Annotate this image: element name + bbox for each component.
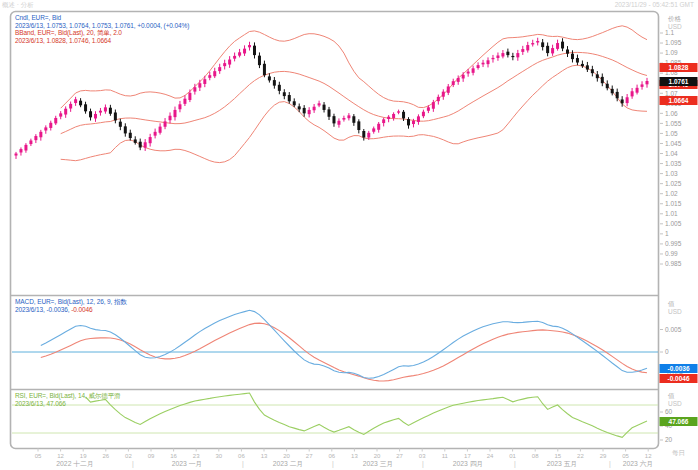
candle-body [213,71,216,76]
candle-body [114,112,117,120]
candle-body [74,99,77,103]
price-tick-label: 1.005 [665,220,682,227]
date-tick-label: 26 [102,453,109,459]
price-tick-label: 1.01 [665,210,678,217]
candle-body [69,104,72,109]
candle-body [422,112,425,116]
candle-body [432,102,435,109]
candle-body [283,92,286,96]
price-tick-label: 1.09 [665,49,678,56]
price-tick-label: 0.99 [665,250,678,257]
candle-body [59,113,62,116]
date-tick-label: 01 [509,453,516,459]
candle-body [387,117,390,119]
candle-body [581,64,584,66]
candle-body [566,50,569,54]
rsi-tick-label: 20 [665,436,673,443]
candle-body [437,97,440,101]
candle-body [516,53,519,57]
candle-body [636,88,639,93]
date-tick-label: 08 [532,453,539,459]
candle-body [308,110,311,114]
candle-body [248,45,251,47]
candle-body [561,42,564,49]
candle-body [228,60,231,65]
candle-body [84,104,87,111]
date-tick-label: 27 [306,453,313,459]
candle-body [402,112,405,119]
candle-body [223,63,226,66]
candle-body [457,78,460,82]
candle-body [626,97,629,103]
date-tick-label: 05 [622,453,629,459]
rsi-axis-unit: USD [668,400,682,407]
price-tick-label: 1.055 [665,120,682,127]
candle-body [372,128,375,131]
rsi-axis-header: 值 [668,392,675,399]
date-tick-label: 12 [57,453,64,459]
bollinger-price-badge-text: 1.0664 [669,97,689,104]
chart-canvas[interactable]: 1.11.0951.091.0851.081.0751.071.0651.061… [0,0,698,470]
candle-body [313,107,316,111]
month-separator: | [132,460,134,468]
date-tick-label: 27 [396,453,403,459]
price-tick-label: 1.1 [665,29,674,36]
candle-body [601,77,604,83]
date-tick-label: 12 [645,453,652,459]
candle-body [531,43,534,44]
chart-window: 概述 · 分析 2023/11/29 - 05:42:51 GMT 1.11.0… [0,0,698,470]
candle-body [576,58,579,62]
candle-body [154,132,157,136]
candle-body [526,45,529,50]
candle-body [571,54,574,59]
month-label: 2023 六月 [623,460,654,468]
candle-body [193,87,196,91]
price-axis-header: 价格 [667,15,682,23]
date-tick-label: 05 [35,453,42,459]
candle-body [347,115,350,118]
month-separator: | [514,460,516,468]
price-tick-label: 1.025 [665,180,682,187]
macd-axis-unit: USD [668,308,682,315]
candle-body [288,95,291,101]
rsi-value-badge-text: 47.066 [669,418,689,425]
candle-body [49,123,52,128]
month-label: 2023 一月 [172,460,203,468]
candle-body [586,65,589,69]
candle-body [501,53,504,56]
candle-body [99,111,102,113]
candle-body [34,136,37,140]
candle-body [591,69,594,73]
candle-body [447,86,450,92]
price-tick-label: 1.015 [665,200,682,207]
candle-body [258,56,261,65]
candle-body [546,46,549,53]
candle-body [253,46,256,55]
candle-body [491,58,494,59]
candle-body [392,114,395,118]
date-tick-label: 02 [125,453,132,459]
candle-body [397,111,400,112]
candle-body [24,145,27,151]
price-tick-label: 1.04 [665,150,678,157]
rsi-line [86,393,647,437]
candle-body [119,122,122,127]
candle-body [203,79,206,84]
candle-body [382,119,385,123]
candle-body [54,118,57,123]
candle-body [482,63,485,65]
macd-tick-label: 0.005 [665,326,682,333]
candle-body [164,121,167,126]
date-tick-label: 15 [554,453,561,459]
candle-body [357,121,360,130]
interval-label: 每日 [672,449,685,458]
candle-body [15,154,18,156]
macd-value-badge-text: -0.0036 [667,365,689,372]
candle-body [442,92,445,97]
candle-body [159,127,162,133]
price-tick-label: 1.095 [665,39,682,46]
candle-body [298,106,301,109]
candle-body [641,84,644,86]
candle-body [611,89,614,93]
candle-body [412,121,415,124]
